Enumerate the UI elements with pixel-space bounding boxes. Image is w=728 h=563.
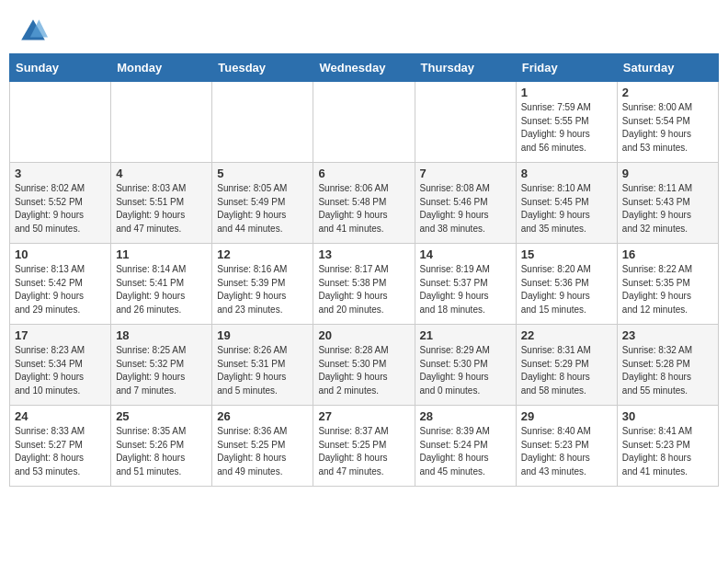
- day-number: 20: [318, 328, 409, 342]
- day-number: 1: [521, 86, 612, 99]
- day-number: 2: [622, 86, 713, 99]
- day-number: 16: [622, 247, 713, 261]
- day-detail: Sunrise: 8:08 AM Sunset: 5:46 PM Dayligh…: [420, 182, 511, 236]
- day-number: 23: [622, 328, 713, 342]
- weekday-header-wednesday: Wednesday: [313, 54, 415, 82]
- calendar-cell-w5d4: 27Sunrise: 8:37 AM Sunset: 5:25 PM Dayli…: [313, 406, 415, 487]
- calendar-cell-w3d2: 11Sunrise: 8:14 AM Sunset: 5:41 PM Dayli…: [111, 244, 212, 325]
- logo: [18, 17, 51, 46]
- calendar-header: SundayMondayTuesdayWednesdayThursdayFrid…: [10, 54, 719, 82]
- calendar-cell-w4d1: 17Sunrise: 8:23 AM Sunset: 5:34 PM Dayli…: [10, 325, 111, 406]
- calendar-cell-w1d5: [415, 82, 516, 163]
- day-detail: Sunrise: 8:37 AM Sunset: 5:25 PM Dayligh…: [318, 425, 409, 478]
- calendar-cell-w5d3: 26Sunrise: 8:36 AM Sunset: 5:25 PM Dayli…: [212, 406, 313, 487]
- header: [0, 0, 728, 53]
- weekday-header-sunday: Sunday: [10, 54, 111, 82]
- day-detail: Sunrise: 8:36 AM Sunset: 5:25 PM Dayligh…: [217, 425, 308, 478]
- calendar-cell-w3d7: 16Sunrise: 8:22 AM Sunset: 5:35 PM Dayli…: [617, 244, 718, 325]
- day-number: 18: [116, 328, 207, 342]
- calendar-cell-w2d4: 6Sunrise: 8:06 AM Sunset: 5:48 PM Daylig…: [313, 163, 415, 244]
- day-number: 12: [217, 247, 308, 261]
- day-number: 15: [521, 247, 612, 261]
- calendar-cell-w1d4: [313, 82, 415, 163]
- day-number: 26: [217, 409, 308, 423]
- day-detail: Sunrise: 8:40 AM Sunset: 5:23 PM Dayligh…: [521, 425, 612, 478]
- calendar-week-5: 24Sunrise: 8:33 AM Sunset: 5:27 PM Dayli…: [10, 406, 719, 487]
- day-detail: Sunrise: 7:59 AM Sunset: 5:55 PM Dayligh…: [521, 101, 612, 155]
- day-number: 17: [15, 328, 106, 342]
- calendar-table: SundayMondayTuesdayWednesdayThursdayFrid…: [9, 53, 719, 487]
- day-detail: Sunrise: 8:22 AM Sunset: 5:35 PM Dayligh…: [622, 263, 713, 316]
- day-number: 22: [521, 328, 612, 342]
- calendar-cell-w3d5: 14Sunrise: 8:19 AM Sunset: 5:37 PM Dayli…: [415, 244, 516, 325]
- day-detail: Sunrise: 8:29 AM Sunset: 5:30 PM Dayligh…: [420, 344, 511, 397]
- day-detail: Sunrise: 8:28 AM Sunset: 5:30 PM Dayligh…: [318, 344, 409, 397]
- calendar-cell-w1d2: [111, 82, 212, 163]
- day-detail: Sunrise: 8:39 AM Sunset: 5:24 PM Dayligh…: [420, 425, 511, 478]
- calendar-cell-w2d5: 7Sunrise: 8:08 AM Sunset: 5:46 PM Daylig…: [415, 163, 516, 244]
- day-detail: Sunrise: 8:33 AM Sunset: 5:27 PM Dayligh…: [15, 425, 106, 478]
- day-detail: Sunrise: 8:26 AM Sunset: 5:31 PM Dayligh…: [217, 344, 308, 397]
- logo-icon: [18, 17, 48, 46]
- calendar-cell-w4d7: 23Sunrise: 8:32 AM Sunset: 5:28 PM Dayli…: [617, 325, 718, 406]
- day-detail: Sunrise: 8:20 AM Sunset: 5:36 PM Dayligh…: [521, 263, 612, 316]
- calendar-cell-w3d1: 10Sunrise: 8:13 AM Sunset: 5:42 PM Dayli…: [10, 244, 111, 325]
- day-number: 8: [521, 167, 612, 180]
- calendar-cell-w3d4: 13Sunrise: 8:17 AM Sunset: 5:38 PM Dayli…: [313, 244, 415, 325]
- weekday-header-row: SundayMondayTuesdayWednesdayThursdayFrid…: [10, 54, 719, 82]
- calendar-cell-w3d6: 15Sunrise: 8:20 AM Sunset: 5:36 PM Dayli…: [516, 244, 617, 325]
- day-number: 24: [15, 409, 106, 423]
- day-number: 29: [521, 409, 612, 423]
- calendar-cell-w4d3: 19Sunrise: 8:26 AM Sunset: 5:31 PM Dayli…: [212, 325, 313, 406]
- day-number: 14: [420, 247, 511, 261]
- calendar-week-2: 3Sunrise: 8:02 AM Sunset: 5:52 PM Daylig…: [10, 163, 719, 244]
- day-detail: Sunrise: 8:41 AM Sunset: 5:23 PM Dayligh…: [622, 425, 713, 478]
- day-number: 10: [15, 247, 106, 261]
- day-number: 11: [116, 247, 207, 261]
- day-number: 13: [318, 247, 409, 261]
- weekday-header-thursday: Thursday: [415, 54, 516, 82]
- calendar-cell-w1d6: 1Sunrise: 7:59 AM Sunset: 5:55 PM Daylig…: [516, 82, 617, 163]
- calendar-week-1: 1Sunrise: 7:59 AM Sunset: 5:55 PM Daylig…: [10, 82, 719, 163]
- calendar-cell-w4d4: 20Sunrise: 8:28 AM Sunset: 5:30 PM Dayli…: [313, 325, 415, 406]
- day-number: 25: [116, 409, 207, 423]
- calendar-cell-w5d5: 28Sunrise: 8:39 AM Sunset: 5:24 PM Dayli…: [415, 406, 516, 487]
- day-number: 21: [420, 328, 511, 342]
- day-detail: Sunrise: 8:10 AM Sunset: 5:45 PM Dayligh…: [521, 182, 612, 236]
- day-detail: Sunrise: 8:35 AM Sunset: 5:26 PM Dayligh…: [116, 425, 207, 478]
- day-detail: Sunrise: 8:25 AM Sunset: 5:32 PM Dayligh…: [116, 344, 207, 397]
- day-detail: Sunrise: 8:32 AM Sunset: 5:28 PM Dayligh…: [622, 344, 713, 397]
- calendar-cell-w2d7: 9Sunrise: 8:11 AM Sunset: 5:43 PM Daylig…: [617, 163, 718, 244]
- calendar-body: 1Sunrise: 7:59 AM Sunset: 5:55 PM Daylig…: [10, 82, 719, 487]
- calendar-cell-w2d1: 3Sunrise: 8:02 AM Sunset: 5:52 PM Daylig…: [10, 163, 111, 244]
- day-number: 7: [420, 167, 511, 180]
- calendar-cell-w5d6: 29Sunrise: 8:40 AM Sunset: 5:23 PM Dayli…: [516, 406, 617, 487]
- calendar-week-3: 10Sunrise: 8:13 AM Sunset: 5:42 PM Dayli…: [10, 244, 719, 325]
- day-number: 6: [318, 167, 409, 180]
- day-number: 30: [622, 409, 713, 423]
- day-detail: Sunrise: 8:23 AM Sunset: 5:34 PM Dayligh…: [15, 344, 106, 397]
- calendar-cell-w5d1: 24Sunrise: 8:33 AM Sunset: 5:27 PM Dayli…: [10, 406, 111, 487]
- day-detail: Sunrise: 8:05 AM Sunset: 5:49 PM Dayligh…: [217, 182, 308, 236]
- day-number: 3: [15, 167, 106, 180]
- day-number: 27: [318, 409, 409, 423]
- day-detail: Sunrise: 8:11 AM Sunset: 5:43 PM Dayligh…: [622, 182, 713, 236]
- day-detail: Sunrise: 8:02 AM Sunset: 5:52 PM Dayligh…: [15, 182, 106, 236]
- day-detail: Sunrise: 8:14 AM Sunset: 5:41 PM Dayligh…: [116, 263, 207, 316]
- weekday-header-monday: Monday: [111, 54, 212, 82]
- calendar-cell-w5d7: 30Sunrise: 8:41 AM Sunset: 5:23 PM Dayli…: [617, 406, 718, 487]
- calendar-cell-w1d3: [212, 82, 313, 163]
- calendar-cell-w2d2: 4Sunrise: 8:03 AM Sunset: 5:51 PM Daylig…: [111, 163, 212, 244]
- calendar-cell-w5d2: 25Sunrise: 8:35 AM Sunset: 5:26 PM Dayli…: [111, 406, 212, 487]
- calendar-cell-w2d3: 5Sunrise: 8:05 AM Sunset: 5:49 PM Daylig…: [212, 163, 313, 244]
- calendar-cell-w4d6: 22Sunrise: 8:31 AM Sunset: 5:29 PM Dayli…: [516, 325, 617, 406]
- day-number: 19: [217, 328, 308, 342]
- calendar-cell-w1d7: 2Sunrise: 8:00 AM Sunset: 5:54 PM Daylig…: [617, 82, 718, 163]
- page: SundayMondayTuesdayWednesdayThursdayFrid…: [0, 0, 728, 496]
- calendar-container: SundayMondayTuesdayWednesdayThursdayFrid…: [0, 53, 728, 496]
- day-number: 4: [116, 167, 207, 180]
- day-detail: Sunrise: 8:03 AM Sunset: 5:51 PM Dayligh…: [116, 182, 207, 236]
- day-number: 9: [622, 167, 713, 180]
- calendar-cell-w2d6: 8Sunrise: 8:10 AM Sunset: 5:45 PM Daylig…: [516, 163, 617, 244]
- day-detail: Sunrise: 8:16 AM Sunset: 5:39 PM Dayligh…: [217, 263, 308, 316]
